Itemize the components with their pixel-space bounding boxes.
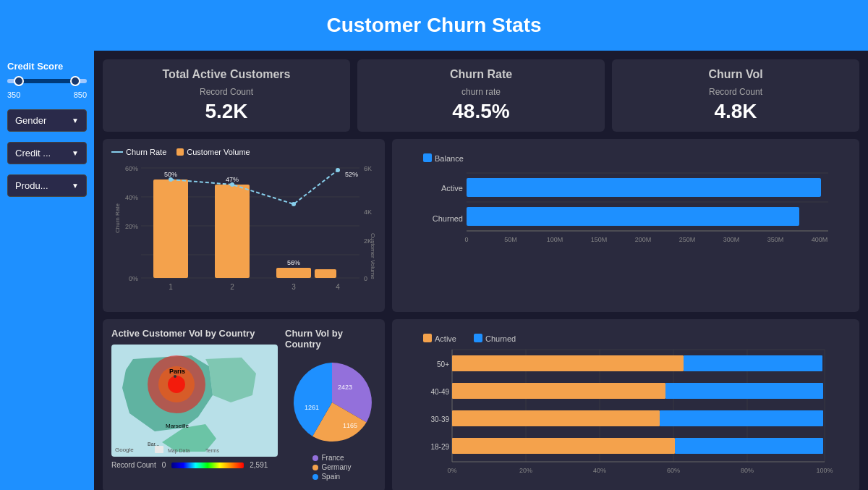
age-chart-svg: Active Churned 50+ bbox=[401, 328, 851, 487]
slider-thumb-left[interactable] bbox=[14, 76, 24, 86]
kpi-churn-vol-title: Churn Vol bbox=[708, 68, 762, 81]
kpi-total-active-title: Total Active Customers bbox=[163, 68, 291, 81]
svg-text:1165: 1165 bbox=[343, 422, 357, 429]
svg-rect-14 bbox=[215, 185, 250, 278]
map-section: Active Customer Vol by Country bbox=[111, 328, 278, 483]
right-panel: Balance Active Churned 0 bbox=[392, 139, 859, 490]
slider-fill bbox=[15, 79, 79, 83]
germany-label: Germany bbox=[321, 463, 351, 471]
svg-text:100%: 100% bbox=[816, 467, 833, 474]
age-chart-card: Active Churned 50+ bbox=[392, 319, 859, 490]
legend-customer-volume: Customer Volume bbox=[176, 148, 250, 156]
map-chart-card: Active Customer Vol by Country bbox=[103, 319, 385, 490]
svg-rect-80 bbox=[452, 355, 684, 371]
svg-text:Google: Google bbox=[115, 447, 134, 453]
gender-filter[interactable]: Gender ▼ bbox=[7, 109, 87, 132]
svg-point-21 bbox=[169, 177, 173, 182]
svg-rect-43 bbox=[155, 446, 163, 453]
svg-text:250M: 250M bbox=[679, 236, 696, 243]
svg-text:50+: 50+ bbox=[437, 360, 449, 368]
svg-text:60%: 60% bbox=[667, 467, 680, 474]
svg-text:Churned: Churned bbox=[433, 214, 463, 223]
svg-text:100M: 100M bbox=[547, 236, 563, 243]
slider-labels: 350 850 bbox=[7, 90, 87, 99]
svg-rect-13 bbox=[153, 179, 188, 278]
svg-text:Churn Rate: Churn Rate bbox=[114, 203, 121, 233]
pie-legend-france: France bbox=[312, 454, 351, 462]
kpi-churn-rate-value: 48.5% bbox=[452, 100, 509, 123]
kpi-total-active-value: 5.2K bbox=[205, 100, 247, 123]
left-panel: Churn Rate Customer Volume bbox=[103, 139, 385, 490]
pie-section: Churn Vol by Country bbox=[285, 328, 379, 483]
svg-text:Marseille: Marseille bbox=[166, 423, 190, 429]
product-filter[interactable]: Produ... ▼ bbox=[7, 174, 87, 197]
page-header: Customer Churn Stats bbox=[0, 0, 868, 51]
kpi-churn-vol-value: 4.8K bbox=[714, 100, 757, 123]
pie-legend-spain: Spain bbox=[312, 473, 351, 481]
pie-chart-svg: 2423 1165 1261 bbox=[285, 355, 379, 449]
svg-rect-70 bbox=[474, 334, 482, 342]
legend-churn-label: Churn Rate bbox=[126, 148, 166, 156]
churn-rate-line-icon bbox=[111, 151, 123, 153]
kpi-churn-rate: Churn Rate churn rate 48.5% bbox=[357, 59, 605, 132]
sidebar: Credit Score 350 850 Gender ▼ Credit ...… bbox=[0, 51, 94, 490]
svg-text:0: 0 bbox=[464, 236, 468, 243]
svg-text:20%: 20% bbox=[125, 223, 138, 230]
svg-point-22 bbox=[230, 182, 234, 187]
svg-text:20%: 20% bbox=[519, 467, 532, 474]
slider-max: 850 bbox=[74, 90, 87, 99]
map-svg: Paris Marseille Bar... Google Map Data T… bbox=[111, 345, 278, 457]
svg-text:0%: 0% bbox=[447, 467, 456, 474]
svg-text:52%: 52% bbox=[345, 171, 358, 178]
svg-text:1261: 1261 bbox=[305, 404, 319, 411]
slider-track[interactable] bbox=[7, 79, 87, 83]
svg-text:30-39: 30-39 bbox=[430, 415, 449, 423]
svg-text:Bar...: Bar... bbox=[148, 442, 159, 447]
svg-text:3: 3 bbox=[292, 283, 296, 291]
svg-text:150M: 150M bbox=[591, 236, 608, 243]
svg-text:40%: 40% bbox=[125, 194, 138, 201]
germany-dot-icon bbox=[312, 465, 318, 470]
credit-chevron-icon: ▼ bbox=[72, 149, 79, 157]
svg-point-37 bbox=[168, 376, 185, 393]
kpi-churn-rate-title: Churn Rate bbox=[450, 68, 512, 81]
svg-rect-81 bbox=[684, 355, 822, 371]
svg-text:47%: 47% bbox=[226, 176, 239, 183]
svg-text:200M: 200M bbox=[635, 236, 652, 243]
record-count-label: Record Count bbox=[111, 461, 156, 469]
slider-min: 350 bbox=[7, 90, 20, 99]
credit-score-slider[interactable]: 350 850 bbox=[7, 75, 87, 99]
svg-text:Paris: Paris bbox=[169, 368, 185, 375]
svg-text:Active: Active bbox=[441, 184, 463, 193]
customer-volume-dot-icon bbox=[176, 148, 184, 156]
kpi-total-active: Total Active Customers Record Count 5.2K bbox=[103, 59, 350, 132]
combo-chart-card: Churn Rate Customer Volume bbox=[103, 139, 385, 312]
svg-rect-68 bbox=[423, 334, 432, 342]
slider-thumb-right[interactable] bbox=[70, 76, 80, 86]
combo-legend: Churn Rate Customer Volume bbox=[111, 148, 376, 156]
credit-score-filter: Credit Score 350 850 bbox=[7, 61, 87, 99]
svg-rect-87 bbox=[660, 410, 823, 426]
svg-text:Terms: Terms bbox=[205, 448, 220, 453]
content-area: Total Active Customers Record Count 5.2K… bbox=[94, 51, 868, 490]
pie-title: Churn Vol by Country bbox=[285, 328, 379, 350]
kpi-row: Total Active Customers Record Count 5.2K… bbox=[103, 59, 859, 132]
svg-rect-83 bbox=[452, 383, 665, 399]
gradient-bar-icon bbox=[171, 462, 244, 468]
svg-text:50M: 50M bbox=[504, 236, 517, 243]
svg-text:350M: 350M bbox=[767, 236, 784, 243]
credit-filter[interactable]: Credit ... ▼ bbox=[7, 142, 87, 164]
map-active-title: Active Customer Vol by Country bbox=[111, 328, 278, 339]
legend-churn-rate: Churn Rate bbox=[111, 148, 166, 156]
svg-text:2: 2 bbox=[230, 283, 234, 291]
svg-rect-57 bbox=[467, 207, 799, 226]
svg-text:Customer Volume: Customer Volume bbox=[370, 233, 376, 279]
svg-text:2423: 2423 bbox=[338, 384, 352, 391]
charts-row: Churn Rate Customer Volume bbox=[103, 139, 859, 490]
svg-point-39 bbox=[174, 375, 176, 378]
product-chevron-icon: ▼ bbox=[72, 182, 79, 190]
svg-text:80%: 80% bbox=[741, 467, 754, 474]
record-count-bar: Record Count 0 2,591 bbox=[111, 461, 278, 469]
svg-rect-90 bbox=[675, 438, 823, 454]
svg-text:4: 4 bbox=[336, 283, 340, 291]
